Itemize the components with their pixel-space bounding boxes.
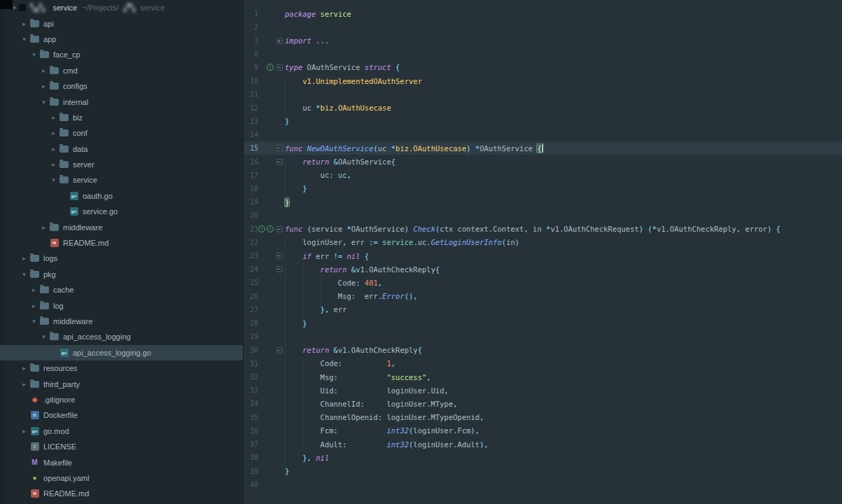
fold-icon[interactable]: − bbox=[276, 347, 283, 354]
chevron-right-icon[interactable]: ▸ bbox=[20, 255, 29, 262]
implemented-marker-icon[interactable]: ↑ bbox=[267, 64, 274, 71]
line-number[interactable]: 38 bbox=[244, 454, 258, 461]
tree-row-resources[interactable]: ▸resources bbox=[0, 360, 243, 376]
line-number[interactable]: 8 bbox=[244, 50, 258, 58]
chevron-right-icon[interactable]: ▸ bbox=[49, 161, 58, 168]
code-line[interactable]: 28 } bbox=[244, 316, 842, 330]
code-line[interactable]: 2 bbox=[244, 20, 842, 34]
tree-row-service.go[interactable]: goservice.go bbox=[0, 204, 243, 219]
chevron-right-icon[interactable]: ▸ bbox=[39, 83, 48, 90]
code-line[interactable]: 14 bbox=[244, 128, 842, 141]
code-line[interactable]: 8 bbox=[244, 48, 842, 61]
line-number[interactable]: 3 bbox=[244, 37, 258, 45]
tree-row-middleware[interactable]: ▾middleware bbox=[0, 314, 243, 329]
tree-row-log[interactable]: ▸log bbox=[0, 298, 243, 313]
line-number[interactable]: 9 bbox=[244, 64, 258, 71]
code-line[interactable]: 25 Code: 401, bbox=[244, 276, 842, 289]
code-line[interactable]: 22 loginUser, err := service.uc.GetLogin… bbox=[244, 236, 842, 249]
tree-row-dockerfile[interactable]: DDockerfile bbox=[0, 407, 243, 423]
code-line[interactable]: 40 bbox=[244, 478, 842, 491]
tree-row-data[interactable]: ▸data bbox=[0, 141, 243, 157]
line-number[interactable]: 37 bbox=[244, 440, 258, 448]
code-line[interactable]: 10 v1.UnimplementedOAuthServer bbox=[244, 74, 842, 88]
line-number[interactable]: 40 bbox=[244, 481, 258, 489]
code-line[interactable]: 26 Msg: err.Error(), bbox=[244, 290, 842, 303]
fold-icon[interactable]: − bbox=[276, 159, 283, 165]
line-number[interactable]: 13 bbox=[244, 118, 258, 125]
implemented-marker-icon[interactable]: ↑ bbox=[258, 225, 265, 232]
line-number[interactable]: 25 bbox=[244, 279, 258, 286]
line-number[interactable]: 22 bbox=[244, 239, 258, 246]
chevron-right-icon[interactable]: ▸ bbox=[49, 130, 58, 136]
code-line[interactable]: 34 ChannelId: loginUser.MType, bbox=[244, 397, 842, 410]
line-number[interactable]: 24 bbox=[244, 265, 258, 273]
tree-row-api[interactable]: ▸api bbox=[0, 15, 243, 31]
code-line[interactable]: 11 bbox=[244, 88, 842, 101]
fold-icon[interactable]: − bbox=[276, 64, 283, 71]
tree-row-service[interactable]: ▾service bbox=[0, 172, 243, 188]
code-line[interactable]: 32 Msg: "success", bbox=[244, 370, 842, 384]
code-line[interactable]: 27 }, err bbox=[244, 303, 842, 316]
line-number[interactable]: 10 bbox=[244, 77, 258, 85]
code-line[interactable]: 23− if err != nil { bbox=[244, 249, 842, 262]
code-line[interactable]: 9↑−type OAuthService struct { bbox=[244, 61, 842, 74]
chevron-right-icon[interactable]: ▸ bbox=[20, 381, 29, 388]
code-line[interactable]: 39} bbox=[244, 464, 842, 477]
line-number[interactable]: 33 bbox=[244, 386, 258, 394]
fold-icon[interactable]: − bbox=[276, 266, 283, 272]
code-line[interactable]: 24− return &v1.OAuthCheckReply{ bbox=[244, 262, 842, 276]
line-number[interactable]: 17 bbox=[244, 172, 258, 179]
code-line[interactable]: 21↑↑−func (service *OAuthService) Check(… bbox=[244, 223, 842, 236]
code-line[interactable]: 29 bbox=[244, 330, 842, 343]
tree-row-configs[interactable]: ▸configs bbox=[0, 78, 243, 94]
tree-row-logs[interactable]: ▸logs bbox=[0, 251, 243, 266]
line-number[interactable]: 26 bbox=[244, 293, 258, 300]
code-line[interactable]: 3+import ... bbox=[244, 34, 842, 47]
tree-row-app[interactable]: ▾app bbox=[0, 31, 243, 47]
code-line[interactable]: 16− return &OAuthService{ bbox=[244, 155, 842, 168]
line-number[interactable]: 2 bbox=[244, 23, 258, 31]
chevron-down-icon[interactable]: ▾ bbox=[39, 333, 48, 340]
tree-row-readme.md[interactable]: MREADME.md bbox=[0, 486, 243, 501]
line-number[interactable]: 21 bbox=[244, 225, 258, 233]
line-number[interactable]: 39 bbox=[244, 468, 258, 475]
implemented-marker-icon[interactable]: ↑ bbox=[267, 225, 274, 232]
line-number[interactable]: 32 bbox=[244, 373, 258, 381]
tree-row-pkg[interactable]: ▾pkg bbox=[0, 267, 243, 282]
chevron-down-icon[interactable]: ▾ bbox=[39, 99, 48, 106]
line-number[interactable]: 30 bbox=[244, 346, 258, 354]
line-number[interactable]: 11 bbox=[244, 90, 258, 98]
tree-row-go.mod[interactable]: ▸gogo.mod bbox=[0, 424, 243, 439]
line-number[interactable]: 12 bbox=[244, 104, 258, 112]
code-line[interactable]: 13} bbox=[244, 115, 842, 128]
code-line[interactable]: 1package service bbox=[244, 7, 842, 20]
chevron-right-icon[interactable]: ▸ bbox=[29, 302, 38, 309]
code-line[interactable]: 17 uc: uc, bbox=[244, 169, 842, 182]
tree-row-readme.md[interactable]: MREADME.md bbox=[0, 235, 243, 251]
tree-row-internal[interactable]: ▾internal bbox=[0, 94, 243, 109]
tree-row-conf[interactable]: ▸conf bbox=[0, 125, 243, 141]
line-number[interactable]: 23 bbox=[244, 252, 258, 260]
code-line[interactable]: 31 Code: 1, bbox=[244, 357, 842, 370]
tree-row-api-access-logging.go[interactable]: goapi_access_logging.go bbox=[0, 345, 243, 360]
tree-row-openapi.yaml[interactable]: ●openapi.yaml bbox=[0, 470, 243, 486]
line-number[interactable]: 1 bbox=[244, 10, 258, 18]
code-area[interactable]: 1package service23+import ...89↑−type OA… bbox=[244, 0, 842, 504]
chevron-right-icon[interactable]: ▸ bbox=[39, 67, 48, 74]
line-number[interactable]: 19 bbox=[244, 198, 258, 206]
code-line[interactable]: 37 Adult: int32(loginUser.Adult), bbox=[244, 438, 842, 451]
code-line[interactable]: 19} bbox=[244, 195, 842, 209]
tree-row-api-access-logging[interactable]: ▾api_access_logging bbox=[0, 329, 243, 344]
code-line[interactable]: 12 uc *biz.OAuthUsecase bbox=[244, 102, 842, 115]
chevron-down-icon[interactable]: ▾ bbox=[20, 271, 29, 278]
chevron-right-icon[interactable]: ▸ bbox=[20, 365, 29, 372]
line-number[interactable]: 27 bbox=[244, 306, 258, 314]
line-number[interactable]: 31 bbox=[244, 360, 258, 368]
line-number[interactable]: 18 bbox=[244, 185, 258, 192]
line-number[interactable]: 14 bbox=[244, 131, 258, 139]
fold-icon[interactable]: − bbox=[276, 145, 283, 151]
fold-icon[interactable]: + bbox=[276, 38, 283, 44]
tree-row-middleware[interactable]: ▸middleware bbox=[0, 219, 243, 234]
tree-row-project-root[interactable]: ▾▚▞▖service~/Projects/▞▚service bbox=[0, 0, 243, 15]
code-line[interactable]: 33 Uid: loginUser.Uid, bbox=[244, 384, 842, 397]
